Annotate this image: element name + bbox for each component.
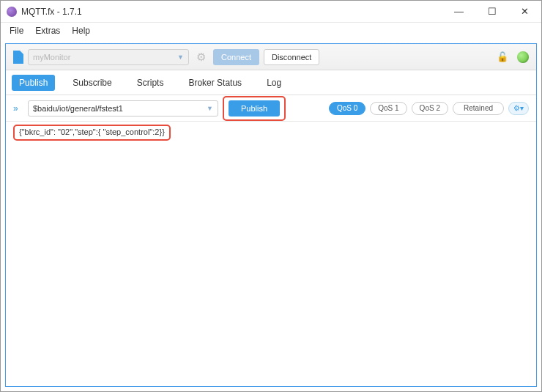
- menu-help[interactable]: Help: [72, 26, 90, 36]
- menu-bar: File Extras Help: [1, 23, 541, 39]
- publish-controls-row: » $baidu/iot/general/fstest1 ▼ Publish Q…: [6, 95, 536, 122]
- connection-bar: myMonitor ▼ ⚙ Connect Disconnect 🔓: [6, 44, 536, 70]
- publish-button[interactable]: Publish: [229, 100, 280, 117]
- window-controls: — ☐ ✕: [442, 1, 541, 22]
- chevron-down-icon: ▼: [177, 53, 184, 61]
- tab-scripts[interactable]: Scripts: [130, 75, 171, 91]
- payload-text-highlight: {"bkrc_id": "02","step":{ "step_control"…: [13, 125, 171, 141]
- tab-publish[interactable]: Publish: [12, 75, 55, 91]
- connection-status-indicator: [517, 51, 529, 63]
- main-panel: myMonitor ▼ ⚙ Connect Disconnect 🔓 Publi…: [5, 43, 537, 387]
- expand-icon[interactable]: »: [13, 103, 23, 114]
- qos-0-button[interactable]: QoS 0: [329, 102, 365, 115]
- tab-subscribe[interactable]: Subscribe: [65, 75, 119, 91]
- minimize-button[interactable]: —: [442, 1, 475, 22]
- lock-icon: 🔓: [497, 51, 508, 62]
- chevron-down-icon: ▼: [207, 105, 213, 112]
- payload-text: {"bkrc_id": "02","step":{ "step_control"…: [19, 127, 165, 136]
- qos-2-button[interactable]: QoS 2: [412, 102, 448, 115]
- connect-button[interactable]: Connect: [213, 49, 259, 65]
- publish-button-highlight: Publish: [223, 96, 286, 121]
- menu-extras[interactable]: Extras: [35, 26, 60, 36]
- tab-log[interactable]: Log: [259, 75, 289, 91]
- maximize-button[interactable]: ☐: [475, 1, 508, 22]
- retained-button[interactable]: Retained: [453, 102, 504, 115]
- disconnect-button[interactable]: Disconnect: [264, 49, 319, 65]
- publish-settings-button[interactable]: ⚙▾: [508, 102, 529, 115]
- topic-value: $baidu/iot/general/fstest1: [33, 104, 123, 113]
- connection-profile-value: myMonitor: [33, 53, 70, 62]
- app-icon: [7, 7, 17, 17]
- topic-input[interactable]: $baidu/iot/general/fstest1 ▼: [28, 100, 218, 117]
- qos-1-button[interactable]: QoS 1: [370, 102, 406, 115]
- window-title: MQTT.fx - 1.7.1: [21, 7, 442, 17]
- tab-broker-status[interactable]: Broker Status: [181, 75, 249, 91]
- file-icon: [13, 51, 23, 64]
- close-button[interactable]: ✕: [508, 1, 541, 22]
- menu-file[interactable]: File: [10, 26, 23, 36]
- connection-profile-select[interactable]: myMonitor ▼: [28, 49, 189, 65]
- tab-bar: Publish Subscribe Scripts Broker Status …: [6, 70, 536, 95]
- title-bar: MQTT.fx - 1.7.1 — ☐ ✕: [1, 1, 541, 23]
- payload-editor[interactable]: {"bkrc_id": "02","step":{ "step_control"…: [6, 122, 536, 386]
- gear-icon[interactable]: ⚙: [196, 51, 206, 64]
